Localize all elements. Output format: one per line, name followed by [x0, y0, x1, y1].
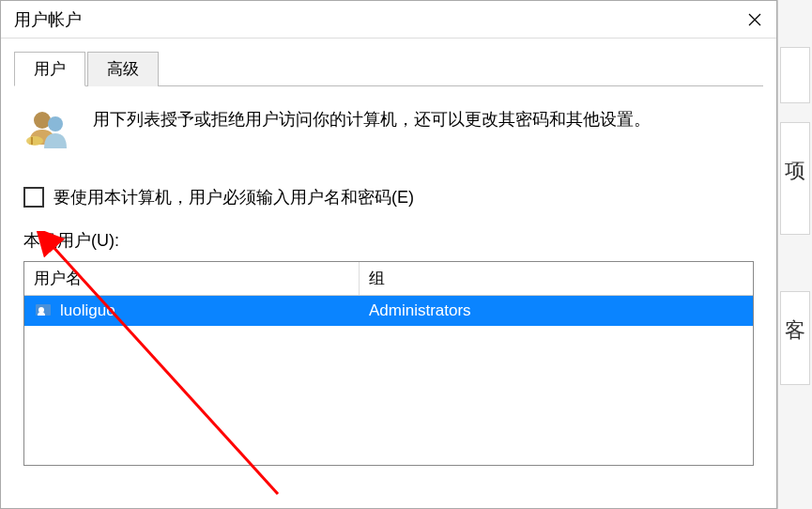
group-text: Administrators	[369, 301, 471, 320]
svg-point-4	[26, 136, 43, 146]
dialog-title: 用户帐户	[14, 8, 82, 31]
svg-rect-5	[31, 137, 33, 145]
user-icon	[34, 301, 53, 320]
user-accounts-dialog: 用户帐户 用户 高级 用下列表授予或拒绝用户访问你的计算机，还可以更改其密码和其…	[0, 0, 777, 509]
svg-point-2	[34, 112, 51, 129]
table-body: luoliguo Administrators	[24, 296, 753, 465]
background-window-strip: 项 客	[777, 0, 812, 509]
username-text: luoliguo	[60, 301, 115, 320]
column-header-group[interactable]: 组	[360, 262, 753, 295]
close-button[interactable]	[733, 1, 776, 39]
tab-content: 用下列表授予或拒绝用户访问你的计算机，还可以更改其密码和其他设置。 要使用本计算…	[1, 86, 776, 485]
info-row: 用下列表授予或拒绝用户访问你的计算机，还可以更改其密码和其他设置。	[23, 105, 754, 154]
require-credentials-row: 要使用本计算机，用户必须输入用户名和密码(E)	[23, 186, 754, 208]
tab-advanced[interactable]: 高级	[87, 52, 159, 86]
require-credentials-label[interactable]: 要使用本计算机，用户必须输入用户名和密码(E)	[54, 186, 414, 208]
tab-users[interactable]: 用户	[14, 52, 85, 86]
info-text: 用下列表授予或拒绝用户访问你的计算机，还可以更改其密码和其他设置。	[93, 105, 651, 134]
tab-header: 用户 高级	[14, 52, 763, 86]
require-credentials-checkbox[interactable]	[23, 187, 44, 208]
cell-group: Administrators	[360, 296, 753, 326]
table-row[interactable]: luoliguo Administrators	[24, 296, 753, 326]
titlebar: 用户帐户	[1, 1, 776, 39]
users-icon	[23, 105, 72, 154]
cell-username: luoliguo	[24, 296, 360, 326]
side-text-1: 项	[781, 161, 809, 181]
side-text-2: 客	[781, 320, 809, 341]
users-list-label: 本机用户(U):	[23, 229, 754, 252]
close-icon	[748, 13, 761, 26]
svg-point-3	[48, 116, 63, 131]
table-header: 用户名 组	[24, 262, 753, 296]
users-table: 用户名 组 luoliguo Administrators	[23, 261, 754, 466]
column-header-username[interactable]: 用户名	[24, 262, 360, 295]
